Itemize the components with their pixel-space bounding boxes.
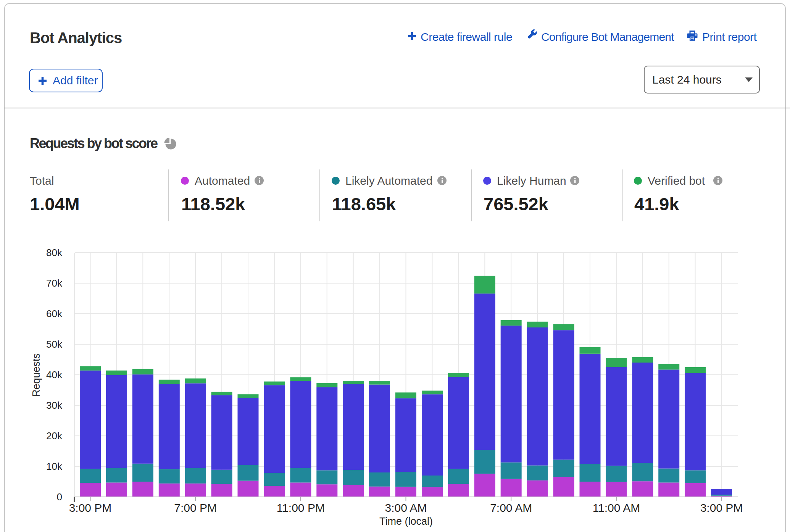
svg-text:80k: 80k	[46, 247, 63, 258]
svg-text:7:00 PM: 7:00 PM	[174, 501, 217, 514]
svg-text:11:00 AM: 11:00 AM	[593, 501, 640, 514]
svg-text:Time (local): Time (local)	[379, 516, 433, 527]
svg-text:40k: 40k	[46, 369, 63, 380]
svg-text:10k: 10k	[46, 461, 63, 472]
svg-text:60k: 60k	[46, 308, 63, 319]
svg-text:70k: 70k	[46, 277, 63, 289]
svg-text:30k: 30k	[46, 400, 63, 411]
svg-text:11:00 PM: 11:00 PM	[277, 501, 325, 514]
svg-text:3:00 PM: 3:00 PM	[69, 501, 112, 514]
svg-text:0: 0	[57, 491, 62, 503]
svg-text:50k: 50k	[46, 339, 63, 350]
svg-text:Requests: Requests	[31, 353, 42, 397]
svg-text:7:00 AM: 7:00 AM	[490, 501, 532, 514]
svg-text:20k: 20k	[46, 430, 63, 442]
svg-text:3:00 AM: 3:00 AM	[385, 501, 427, 514]
svg-text:3:00 PM: 3:00 PM	[700, 501, 743, 514]
